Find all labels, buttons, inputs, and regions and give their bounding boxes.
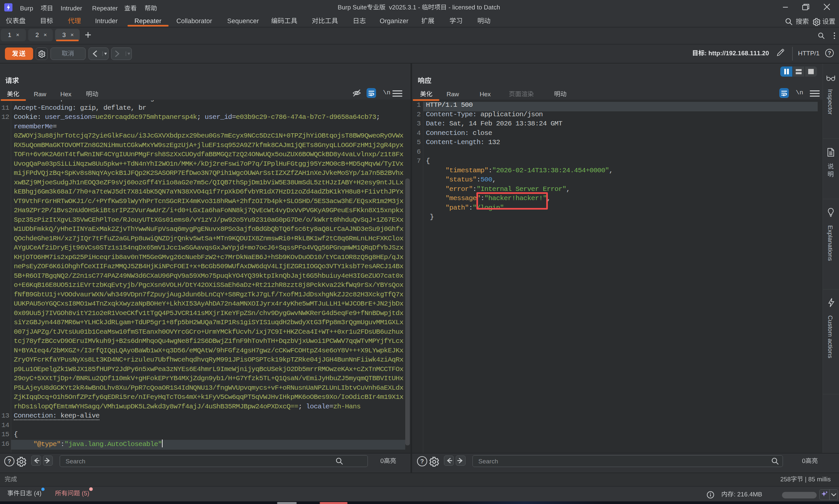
svg-text:?: ? xyxy=(420,458,424,465)
svg-text:?: ? xyxy=(828,50,831,56)
svg-text:?: ? xyxy=(7,458,11,465)
